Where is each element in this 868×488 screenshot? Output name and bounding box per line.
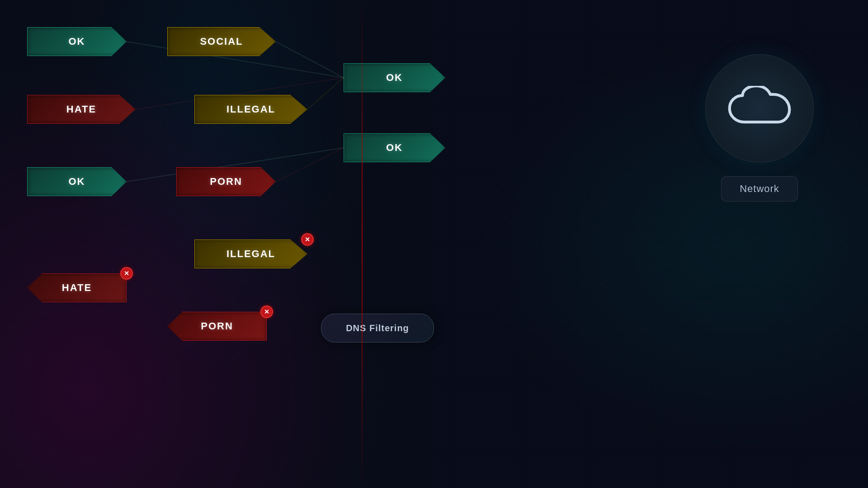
badge-porn-1[interactable]: PORN xyxy=(176,167,276,196)
badge-ok-1[interactable]: OK xyxy=(27,27,127,56)
badge-ok-2[interactable]: OK xyxy=(27,167,127,196)
badge-porn-2[interactable]: PORN xyxy=(167,312,267,341)
cloud-icon xyxy=(728,86,791,131)
cloud-icon-circle xyxy=(705,54,814,163)
network-section: Network xyxy=(687,54,832,202)
dns-filtering-button[interactable]: DNS Filtering xyxy=(321,314,434,343)
badge-hate-blocked[interactable]: HATE ✕ xyxy=(27,273,127,302)
badge-ok-right-1[interactable]: OK xyxy=(344,63,445,92)
network-label: Network xyxy=(721,176,798,202)
badge-hate-2[interactable]: HATE xyxy=(27,273,127,302)
badge-hate-1[interactable]: HATE xyxy=(27,95,136,124)
badge-porn-blocked[interactable]: PORN ✕ xyxy=(167,312,267,341)
badge-social[interactable]: SOCIAL xyxy=(167,27,276,56)
close-porn-icon[interactable]: ✕ xyxy=(260,305,273,318)
section-divider xyxy=(362,0,363,488)
badge-illegal-2[interactable]: ILLEGAL xyxy=(194,239,307,268)
badge-illegal-blocked[interactable]: ILLEGAL ✕ xyxy=(194,239,307,268)
close-hate-icon[interactable]: ✕ xyxy=(120,267,133,280)
badge-illegal-1[interactable]: ILLEGAL xyxy=(194,95,307,124)
badge-ok-right-2[interactable]: OK xyxy=(344,133,445,162)
close-illegal-icon[interactable]: ✕ xyxy=(301,233,314,246)
